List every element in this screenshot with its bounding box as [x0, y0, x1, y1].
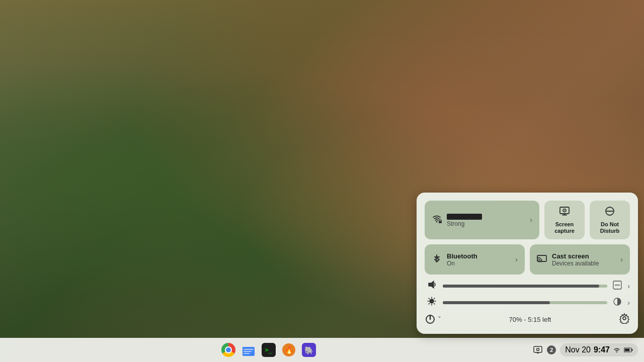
cast-screen-tile-text: Cast screen Devices available	[552, 252, 618, 267]
svg-rect-3	[244, 353, 250, 354]
screen-capture-tile[interactable]: Screencapture	[544, 201, 585, 239]
volume-expand-arrow[interactable]: ›	[627, 282, 630, 290]
mastodon-icon: 🐘	[302, 343, 316, 357]
bluetooth-subtitle: On	[447, 260, 513, 267]
power-icon	[425, 314, 436, 325]
network-strength: Strong	[447, 220, 528, 227]
network-ssid	[447, 213, 528, 220]
svg-rect-1	[244, 349, 254, 350]
svg-rect-19	[562, 215, 567, 216]
svg-point-11	[616, 351, 617, 352]
volume-slider-row: ›	[425, 280, 630, 292]
taskbar-app-mastodon[interactable]: 🐘	[300, 341, 318, 359]
wifi-tray-icon	[613, 346, 621, 354]
svg-point-28	[430, 299, 434, 303]
terminal-icon: >_	[262, 343, 276, 357]
battery-tray-icon	[624, 347, 633, 353]
cast-icon	[537, 253, 547, 266]
volume-end-icon[interactable]	[611, 281, 623, 292]
cast-screen-subtitle: Devices available	[552, 260, 618, 267]
svg-point-9	[537, 348, 539, 351]
brightness-slider[interactable]	[443, 301, 607, 304]
cast-screen-tile[interactable]: Cast screen Devices available ›	[530, 244, 630, 275]
brightness-slider-row: ›	[425, 296, 630, 309]
volume-icon	[425, 280, 439, 292]
do-not-disturb-icon	[604, 206, 615, 219]
network-tile[interactable]: Strong ›	[425, 201, 539, 239]
taskbar-app-terminal[interactable]: >_	[260, 341, 278, 359]
power-chevron: ˅	[438, 315, 441, 323]
svg-line-35	[434, 298, 435, 299]
screen-capture-label: Screencapture	[554, 221, 575, 234]
svg-text:🐘: 🐘	[304, 346, 313, 355]
cast-screen-title: Cast screen	[552, 252, 618, 260]
network-tile-arrow[interactable]: ›	[530, 216, 532, 224]
svg-rect-10	[537, 352, 539, 353]
volume-slider[interactable]	[443, 285, 607, 288]
date-display: Nov 20	[565, 345, 591, 354]
bluetooth-tile-arrow[interactable]: ›	[515, 255, 518, 263]
bluetooth-icon	[432, 253, 442, 266]
bluetooth-title: Bluetooth	[447, 252, 513, 260]
svg-rect-2	[244, 351, 252, 352]
brightness-icon	[425, 296, 439, 309]
taskbar-right: 2 Nov 20 9:47	[533, 343, 638, 356]
do-not-disturb-label: Do NotDisturb	[600, 221, 620, 234]
svg-rect-14	[625, 349, 630, 351]
svg-point-40	[623, 317, 626, 320]
network-tile-text: Strong	[447, 213, 528, 227]
bluetooth-tile[interactable]: Bluetooth On ›	[425, 244, 525, 275]
svg-line-34	[434, 304, 435, 304]
taskbar: >_ 🔥 🐘 2 Nov 20 9	[0, 338, 644, 362]
wifi-tile-icon	[432, 214, 442, 226]
settings-button[interactable]	[619, 313, 630, 326]
qs-row-2: Bluetooth On › Cast screen Devices avail…	[425, 244, 630, 275]
settings-icon	[619, 313, 630, 324]
redacted-ssid	[447, 214, 482, 220]
taskbar-apps: >_ 🔥 🐘	[4, 341, 533, 359]
svg-point-21	[564, 210, 565, 211]
screen-capture-icon	[559, 206, 570, 219]
svg-text:🔥: 🔥	[284, 346, 293, 354]
app4-icon: 🔥	[282, 343, 296, 357]
svg-line-36	[429, 304, 429, 304]
svg-line-33	[429, 298, 429, 299]
taskbar-app-4[interactable]: 🔥	[280, 341, 298, 359]
screen-record-tray-icon[interactable]	[533, 345, 543, 355]
time-display: 9:47	[594, 345, 610, 354]
brightness-expand-arrow[interactable]: ›	[627, 299, 630, 307]
battery-status: 70% - 5:15 left	[509, 316, 551, 323]
cast-screen-tile-arrow[interactable]: ›	[620, 255, 623, 263]
svg-marker-25	[429, 281, 434, 288]
files-icon	[242, 343, 256, 357]
system-tray[interactable]: Nov 20 9:47	[560, 343, 638, 356]
volume-slider-fill	[443, 285, 599, 288]
quick-settings-panel: Strong › Screencapture	[417, 193, 638, 334]
power-button[interactable]: ˅	[425, 314, 441, 325]
svg-rect-13	[632, 349, 633, 351]
brightness-slider-fill	[443, 301, 550, 304]
brightness-end-icon[interactable]	[611, 297, 623, 308]
svg-rect-18	[564, 214, 566, 215]
svg-point-15	[436, 221, 438, 222]
taskbar-app-files[interactable]	[239, 341, 258, 359]
chrome-icon	[221, 343, 235, 357]
svg-rect-8	[534, 346, 542, 352]
qs-row-1: Strong › Screencapture	[425, 201, 630, 239]
do-not-disturb-tile[interactable]: Do NotDisturb	[590, 201, 630, 239]
bluetooth-tile-text: Bluetooth On	[447, 252, 513, 267]
notification-badge[interactable]: 2	[547, 345, 556, 354]
svg-rect-16	[439, 221, 442, 223]
taskbar-app-chrome[interactable]	[219, 341, 237, 359]
qs-bottom-row: ˅ 70% - 5:15 left	[425, 313, 630, 326]
